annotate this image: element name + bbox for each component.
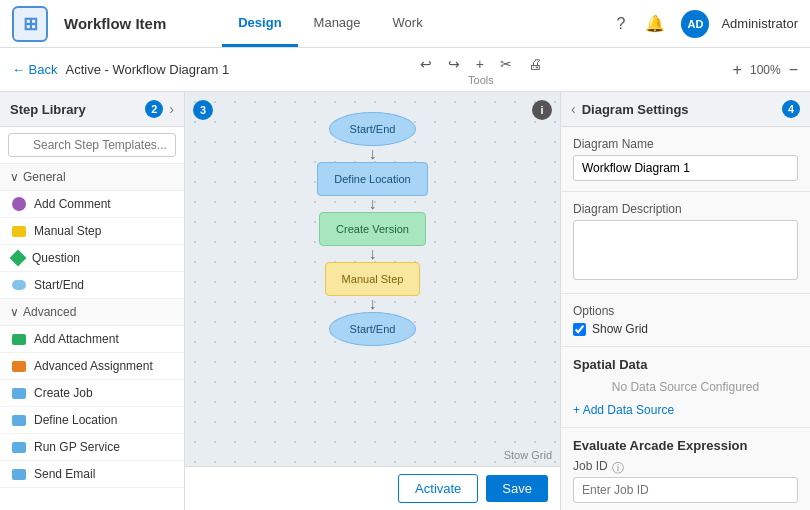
tools-section: ↩ ↪ + ✂ 🖨 Tools <box>416 54 546 86</box>
arcade-title: Evaluate Arcade Expression <box>573 438 798 453</box>
flow-diagram: Start/End ↓ Define Location ↓ Create Ver… <box>185 92 560 346</box>
tools-label: Tools <box>416 74 546 86</box>
advanced-section: ∨ Advanced Add Attachment Advanced Assig… <box>0 299 184 488</box>
list-item[interactable]: Add Attachment <box>0 326 184 353</box>
advanced-assignment-icon <box>12 361 26 372</box>
question-icon <box>10 250 27 267</box>
avatar: AD <box>681 10 709 38</box>
tab-work[interactable]: Work <box>377 1 439 47</box>
add-attachment-label: Add Attachment <box>34 332 119 346</box>
run-gp-label: Run GP Service <box>34 440 120 454</box>
general-section-header[interactable]: ∨ General <box>0 164 184 191</box>
undo-button[interactable]: ↩ <box>416 54 436 74</box>
spatial-data-title: Spatial Data <box>573 357 798 372</box>
diagram-name-label: Diagram Name <box>573 137 798 151</box>
help-button[interactable]: ? <box>613 11 630 37</box>
manual-step-icon <box>12 226 26 237</box>
job-id-input[interactable] <box>573 477 798 503</box>
chevron-icon: ∨ <box>10 305 19 319</box>
define-location-lib-icon <box>12 415 26 426</box>
flow-node-manual[interactable]: Manual Step <box>325 262 421 296</box>
options-label: Options <box>573 304 798 318</box>
diagram-desc-textarea[interactable] <box>573 220 798 280</box>
nav-tabs: Design Manage Work <box>222 1 438 47</box>
save-button[interactable]: Save <box>486 475 548 502</box>
canvas-area[interactable]: 3 i Start/End ↓ Define Location ↓ Create… <box>185 92 560 510</box>
show-grid-checkbox[interactable] <box>573 323 586 336</box>
advanced-assignment-label: Advanced Assignment <box>34 359 153 373</box>
stow-grid-area: Stow Grid <box>504 447 552 462</box>
breadcrumb-title: Active - Workflow Diagram 1 <box>66 62 230 77</box>
list-item[interactable]: Define Location <box>0 407 184 434</box>
list-item[interactable]: Add Comment <box>0 191 184 218</box>
search-wrap: 🔍 <box>8 133 176 157</box>
zoom-out-button[interactable]: − <box>789 61 798 79</box>
diagram-desc-section: Diagram Description <box>561 192 810 294</box>
job-id-label: Job ID <box>573 459 608 473</box>
start-end-node-2[interactable]: Start/End <box>329 312 417 346</box>
settings-title: Diagram Settings <box>582 102 689 117</box>
define-location-lib-label: Define Location <box>34 413 117 427</box>
tab-manage[interactable]: Manage <box>298 1 377 47</box>
zoom-in-button[interactable]: + <box>733 61 742 79</box>
collapse-library-button[interactable]: › <box>169 101 174 117</box>
canvas-badge: 3 <box>193 100 213 120</box>
arrow-4: ↓ <box>369 296 377 312</box>
advanced-label: Advanced <box>23 305 76 319</box>
add-comment-icon <box>12 197 26 211</box>
sub-right: + 100% − <box>733 61 798 79</box>
nav-right: ? 🔔 AD Administrator <box>613 10 798 38</box>
notification-button[interactable]: 🔔 <box>641 10 669 37</box>
cut-button[interactable]: ✂ <box>496 54 516 74</box>
flow-node-end[interactable]: Start/End <box>329 312 417 346</box>
start-end-node-1[interactable]: Start/End <box>329 112 417 146</box>
list-item[interactable]: Create Job <box>0 380 184 407</box>
list-item[interactable]: Run GP Service <box>0 434 184 461</box>
add-button[interactable]: + <box>472 54 488 74</box>
arcade-section: Evaluate Arcade Expression Job ID ⓘ <box>561 428 810 510</box>
advanced-section-header[interactable]: ∨ Advanced <box>0 299 184 326</box>
list-item[interactable]: Advanced Assignment <box>0 353 184 380</box>
back-button[interactable]: ← Back <box>12 62 58 77</box>
manual-step-node[interactable]: Manual Step <box>325 262 421 296</box>
diagram-name-input[interactable] <box>573 155 798 181</box>
list-item[interactable]: Send Email <box>0 461 184 488</box>
list-item[interactable]: Manual Step <box>0 218 184 245</box>
print-button[interactable]: 🖨 <box>524 54 546 74</box>
show-grid-label: Show Grid <box>592 322 648 336</box>
main-layout: Step Library 2 › 🔍 ∨ General Add Comment <box>0 92 810 510</box>
library-badge: 2 <box>145 100 163 118</box>
define-location-node[interactable]: Define Location <box>317 162 427 196</box>
list-item[interactable]: Start/End <box>0 272 184 299</box>
app-title: Workflow Item <box>64 15 166 32</box>
job-id-info-icon: ⓘ <box>612 460 624 477</box>
list-item[interactable]: Question <box>0 245 184 272</box>
add-comment-label: Add Comment <box>34 197 111 211</box>
library-title: Step Library <box>10 102 86 117</box>
flow-node-define[interactable]: Define Location <box>317 162 427 196</box>
send-email-icon <box>12 469 26 480</box>
search-row: 🔍 <box>0 127 184 164</box>
add-data-source-link[interactable]: + Add Data Source <box>573 403 674 417</box>
bottom-action-bar: Activate Save <box>185 466 560 510</box>
settings-panel: ‹ Diagram Settings 4 Diagram Name Diagra… <box>560 92 810 510</box>
collapse-settings-button[interactable]: ‹ <box>571 101 576 117</box>
search-input[interactable] <box>8 133 176 157</box>
flow-node-start[interactable]: Start/End <box>329 112 417 146</box>
activate-button[interactable]: Activate <box>398 474 478 503</box>
info-button[interactable]: i <box>532 100 552 120</box>
run-gp-icon <box>12 442 26 453</box>
tab-design[interactable]: Design <box>222 1 297 47</box>
spatial-data-section: Spatial Data No Data Source Configured +… <box>561 347 810 428</box>
create-version-node[interactable]: Create Version <box>319 212 426 246</box>
manual-step-label: Manual Step <box>34 224 101 238</box>
arrow-1: ↓ <box>369 146 377 162</box>
show-grid-row: Show Grid <box>573 322 798 336</box>
chevron-icon: ∨ <box>10 170 19 184</box>
redo-button[interactable]: ↪ <box>444 54 464 74</box>
flow-node-create[interactable]: Create Version <box>319 212 426 246</box>
diagram-desc-label: Diagram Description <box>573 202 798 216</box>
sub-left: ← Back Active - Workflow Diagram 1 <box>12 62 229 77</box>
send-email-label: Send Email <box>34 467 95 481</box>
stow-grid-label: Stow Grid <box>504 449 552 461</box>
